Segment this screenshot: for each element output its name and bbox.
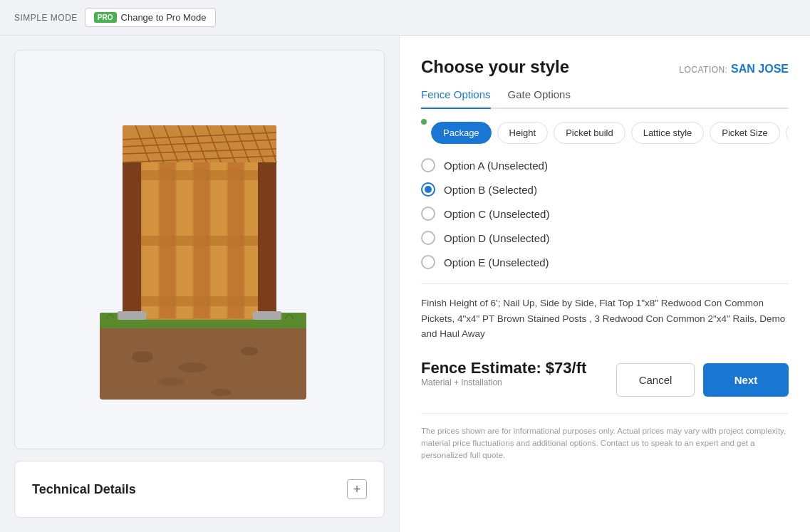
radio-options: Option A (Unselected) Option B (Selected… [421, 158, 789, 269]
active-indicator-dot [421, 119, 427, 125]
fence-image-card [14, 50, 385, 449]
radio-circle-e [421, 255, 435, 269]
option-e[interactable]: Option E (Unselected) [421, 255, 789, 269]
option-a[interactable]: Option A (Unselected) [421, 158, 789, 172]
estimate-price: Fence Estimate: $73/ft [421, 359, 586, 377]
svg-rect-2 [123, 143, 141, 320]
header-row: Choose your style LOCATION: SAN JOSE [421, 57, 789, 77]
svg-point-34 [241, 347, 258, 355]
change-to-pro-button[interactable]: PRO Change to Pro Mode [85, 8, 216, 27]
pill-package[interactable]: Package [431, 122, 492, 144]
technical-details-card: Technical Details + [14, 461, 385, 518]
radio-circle-d [421, 231, 435, 245]
option-b-label: Option B (Selected) [444, 184, 537, 196]
pill-picket-build[interactable]: Picket build [554, 122, 625, 144]
option-b[interactable]: Option B (Selected) [421, 182, 789, 197]
location-info: LOCATION: SAN JOSE [679, 63, 789, 75]
main-layout: Technical Details + Choose your style LO… [0, 36, 810, 532]
right-panel: Choose your style LOCATION: SAN JOSE Fen… [399, 36, 810, 532]
left-panel: Technical Details + [0, 36, 399, 532]
estimate-sub: Material + Installation [421, 377, 586, 387]
option-pills: Package Height Picket build Lattice styl… [431, 122, 789, 144]
divider-2 [421, 413, 789, 414]
svg-rect-0 [100, 321, 306, 400]
estimate-row: Fence Estimate: $73/ft Material + Instal… [421, 359, 789, 402]
svg-rect-13 [141, 236, 258, 246]
option-c-label: Option C (Unselected) [444, 208, 549, 220]
fence-description: Finish Height of 6'; Nail Up, Side by Si… [421, 296, 789, 342]
cancel-button[interactable]: Cancel [616, 363, 695, 397]
svg-point-36 [211, 389, 231, 396]
location-value[interactable]: SAN JOSE [731, 63, 789, 75]
svg-point-32 [132, 351, 153, 363]
option-a-label: Option A (Unselected) [444, 160, 548, 172]
option-d-label: Option D (Unselected) [444, 232, 549, 244]
svg-rect-14 [141, 296, 258, 306]
fence-illustration [15, 51, 384, 449]
radio-circle-c [421, 207, 435, 221]
tab-fence-options[interactable]: Fence Options [421, 88, 491, 109]
pills-section: Package Height Picket build Lattice styl… [421, 122, 789, 144]
divider-1 [421, 283, 789, 284]
expand-technical-details-button[interactable]: + [347, 479, 367, 499]
svg-point-33 [178, 363, 207, 372]
topbar: SIMPLE MODE PRO Change to Pro Mode [0, 0, 810, 36]
pro-badge: PRO [94, 12, 117, 23]
option-d[interactable]: Option D (Unselected) [421, 231, 789, 245]
pill-height[interactable]: Height [497, 122, 549, 144]
svg-rect-12 [141, 170, 258, 180]
svg-rect-3 [258, 143, 276, 320]
tab-gate-options[interactable]: Gate Options [508, 88, 571, 109]
location-label: LOCATION: [679, 65, 727, 75]
disclaimer-text: The prices shown are for informational p… [421, 425, 789, 462]
change-to-pro-label: Change to Pro Mode [121, 12, 207, 23]
radio-circle-a [421, 158, 435, 172]
action-buttons: Cancel Next [616, 363, 789, 397]
estimate-info: Fence Estimate: $73/ft Material + Instal… [421, 359, 586, 402]
svg-rect-31 [253, 311, 281, 320]
radio-circle-b [421, 182, 435, 197]
option-e-label: Option E (Unselected) [444, 256, 549, 268]
simple-mode-label: SIMPLE MODE [14, 13, 78, 23]
svg-point-35 [158, 377, 184, 386]
radio-inner-b [425, 186, 432, 193]
pill-lattice-style[interactable]: Lattice style [631, 122, 705, 144]
pill-more[interactable]: Pick... [786, 122, 789, 144]
next-button[interactable]: Next [703, 363, 789, 397]
option-c[interactable]: Option C (Unselected) [421, 207, 789, 221]
svg-rect-30 [118, 311, 146, 320]
page-title: Choose your style [421, 57, 569, 77]
technical-details-title: Technical Details [32, 482, 136, 497]
pill-picket-size[interactable]: Picket Size [710, 122, 779, 144]
main-tabs: Fence Options Gate Options [421, 88, 789, 109]
